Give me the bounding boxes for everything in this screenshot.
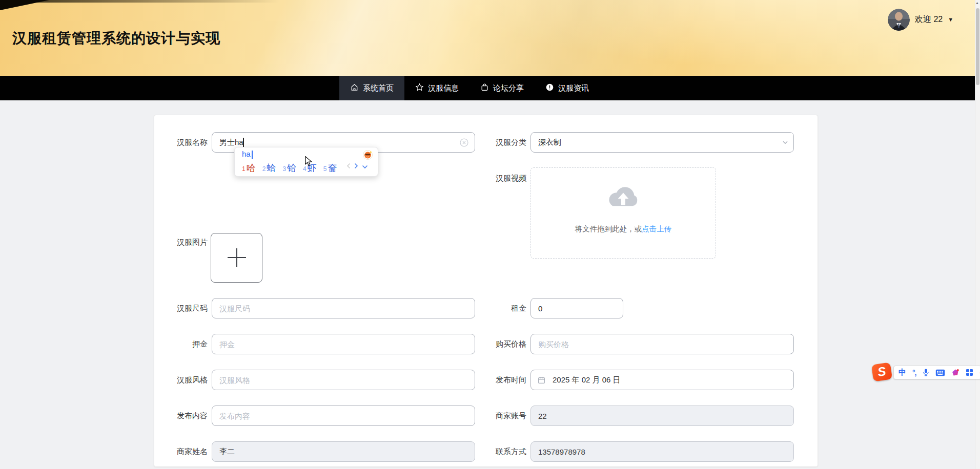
ime-candidate-5[interactable]: 5奤 (323, 162, 337, 174)
publish-time-input[interactable] (530, 370, 794, 390)
merchant-account-input[interactable] (530, 406, 794, 426)
nav-item-hanfu-info[interactable]: 汉服信息 (404, 76, 469, 100)
deposit-label: 押金 (159, 334, 208, 354)
upload-drag-text: 将文件拖到此处，或 (575, 225, 642, 233)
ime-toolbar-pill: 中 °, (893, 366, 980, 379)
upload-cloud-icon (604, 184, 643, 212)
upload-link[interactable]: 点击上传 (642, 225, 671, 233)
contact-input[interactable] (530, 441, 794, 462)
clear-input-icon[interactable] (460, 138, 468, 147)
merchant-name-label: 商家姓名 (159, 441, 208, 462)
merchant-account-label: 商家账号 (479, 406, 526, 426)
app-header: 汉服租赁管理系统的设计与实现 欢迎 22 ▼ (0, 0, 980, 76)
user-menu[interactable]: 欢迎 22 ▼ (888, 7, 953, 32)
text-caret (243, 138, 244, 147)
nav-item-home[interactable]: 系统首页 (339, 76, 404, 100)
deposit-input[interactable] (212, 334, 475, 354)
hanfu-style-label: 汉服风格 (159, 370, 208, 390)
publish-time-label: 发布时间 (479, 370, 526, 390)
price-label: 购买价格 (479, 334, 526, 354)
nav-item-label: 论坛分享 (493, 83, 524, 93)
rent-label: 租金 (479, 298, 526, 318)
ime-prev-page-icon[interactable] (346, 162, 351, 171)
ime-mode-chinese[interactable]: 中 (899, 368, 906, 377)
ime-emoji-icon[interactable] (363, 150, 373, 160)
hanfu-category-label: 汉服分类 (479, 132, 526, 153)
calendar-icon (537, 376, 546, 385)
mouse-cursor (304, 156, 313, 168)
main-nav: 系统首页 汉服信息 论坛分享 汉服资讯 (0, 76, 980, 100)
ime-candidate-3[interactable]: 3铪 (282, 162, 296, 174)
scroll-up-icon[interactable]: ▲ (975, 1, 979, 5)
ime-candidate-2[interactable]: 2蛤 (262, 162, 276, 174)
price-input[interactable] (530, 334, 794, 354)
scrollbar-thumb[interactable] (976, 8, 979, 85)
info-icon (545, 83, 554, 93)
select-chevron-down-icon[interactable] (781, 138, 789, 146)
ime-next-page-icon[interactable] (354, 162, 358, 171)
contact-label: 联系方式 (479, 441, 526, 462)
hanfu-size-input[interactable] (212, 298, 475, 318)
hanfu-video-label: 汉服视频 (479, 173, 526, 183)
bag-icon (480, 83, 489, 93)
hanfu-size-label: 汉服尺码 (159, 298, 208, 318)
ime-paging (346, 162, 368, 171)
welcome-text: 欢迎 22 (915, 14, 943, 25)
corner-decoration (0, 0, 49, 10)
sogou-logo[interactable]: S (871, 363, 892, 382)
home-icon (350, 83, 359, 93)
scrollbar[interactable]: ▲ (975, 0, 980, 469)
ime-expand-icon[interactable] (362, 162, 368, 171)
rent-input[interactable] (530, 298, 623, 318)
nav-items: 系统首页 汉服信息 论坛分享 汉服资讯 (339, 76, 600, 100)
publish-content-input[interactable] (212, 406, 475, 426)
nav-item-label: 汉服信息 (428, 83, 459, 93)
hanfu-image-label: 汉服图片 (159, 237, 208, 247)
nav-item-label: 汉服资讯 (558, 83, 589, 93)
plus-icon (236, 248, 237, 267)
screen: 汉服租赁管理系统的设计与实现 欢迎 22 ▼ (0, 0, 980, 469)
page-title: 汉服租赁管理系统的设计与实现 (12, 29, 220, 48)
publish-content-label: 发布内容 (159, 406, 208, 426)
microphone-icon[interactable] (923, 368, 929, 377)
nav-item-forum-share[interactable]: 论坛分享 (469, 76, 535, 100)
ime-candidate-1[interactable]: 1哈 (242, 162, 256, 174)
hanfu-style-input[interactable] (212, 370, 475, 390)
toolbox-grid-icon[interactable] (966, 369, 973, 376)
skin-palette-icon[interactable] (951, 369, 959, 377)
hanfu-category-select[interactable] (530, 132, 794, 153)
chevron-down-icon: ▼ (948, 16, 953, 23)
hanfu-name-label: 汉服名称 (159, 132, 208, 153)
merchant-name-input[interactable] (212, 441, 475, 462)
nav-item-hanfu-news[interactable]: 汉服资讯 (535, 76, 600, 100)
star-icon (415, 83, 424, 93)
upload-hint: 将文件拖到此处，或点击上传 (530, 224, 716, 234)
keyboard-icon[interactable] (935, 369, 945, 376)
video-upload-dropzone[interactable] (530, 167, 716, 259)
ime-caret (252, 151, 253, 159)
ime-composition: ha (242, 150, 251, 158)
avatar[interactable] (888, 9, 910, 31)
nav-item-label: 系统首页 (363, 83, 394, 93)
ime-punctuation-icon[interactable]: °, (912, 369, 916, 377)
